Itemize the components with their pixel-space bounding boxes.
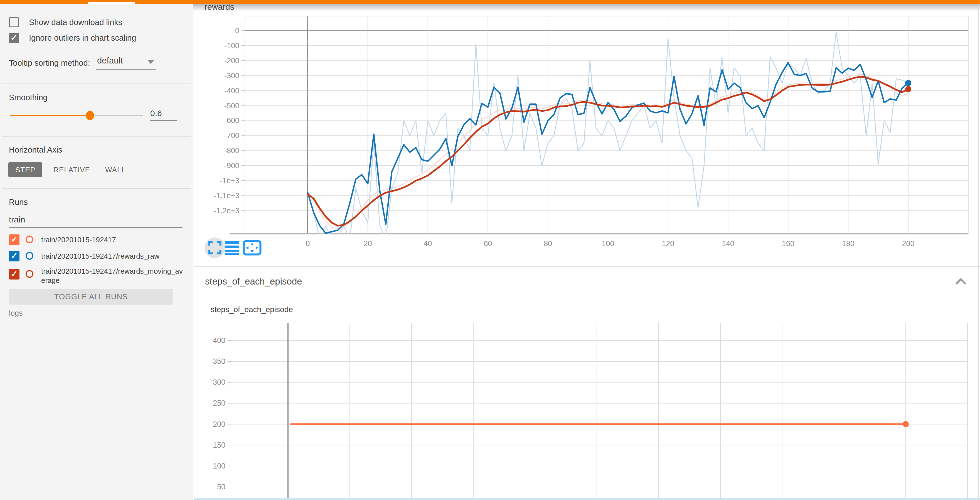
smoothing-slider-thumb[interactable]	[86, 111, 94, 120]
expand-chart-button[interactable]	[205, 237, 225, 258]
data-series-icon	[224, 240, 240, 255]
divider	[2, 188, 191, 189]
svg-text:250: 250	[213, 399, 225, 407]
run-label: train/20201015-192417	[41, 236, 186, 244]
svg-text:20: 20	[364, 239, 372, 248]
chevron-down-icon	[148, 60, 154, 64]
svg-text:80: 80	[544, 239, 552, 248]
run-label: train/20201015-192417/rewards_moving_ave…	[41, 267, 184, 285]
svg-text:200: 200	[213, 420, 225, 428]
svg-text:-1.2e+3: -1.2e+3	[214, 207, 239, 215]
svg-text:-200: -200	[224, 57, 239, 65]
smoothing-slider-fill	[10, 115, 90, 116]
svg-text:160: 160	[782, 239, 794, 248]
runs-filter-input[interactable]	[9, 215, 183, 228]
svg-text:-100: -100	[224, 41, 239, 50]
divider	[194, 266, 980, 267]
steps-line-chart[interactable]: 40035030025020015010050	[194, 320, 980, 500]
tooltip-sorting-value: default	[97, 56, 123, 66]
run-checkbox[interactable]: ✓	[9, 251, 19, 261]
divider	[194, 294, 980, 294]
svg-text:350: 350	[213, 357, 225, 366]
svg-text:150: 150	[213, 441, 225, 449]
smoothing-label: Smoothing	[9, 93, 48, 102]
svg-text:140: 140	[722, 239, 734, 248]
svg-text:40: 40	[424, 239, 432, 248]
axis-step-button[interactable]: STEP	[8, 162, 42, 177]
section-header-title: steps_of_each_episode	[205, 276, 302, 287]
run-radio[interactable]	[25, 236, 33, 243]
svg-text:400: 400	[213, 336, 225, 345]
run-label: train/20201015-192417/rewards_raw	[41, 252, 186, 261]
toggle-all-runs-button[interactable]: TOGGLE ALL RUNS	[9, 289, 173, 304]
fit-domain-button[interactable]	[243, 240, 262, 256]
svg-text:0: 0	[235, 27, 239, 35]
run-row-train[interactable]: ✓ train/20201015-192417	[0, 234, 193, 250]
horizontal-axis-label: Horizontal Axis	[9, 145, 62, 154]
svg-text:-1.1e+3: -1.1e+3	[214, 191, 239, 200]
show-download-links-checkbox[interactable]	[9, 17, 19, 27]
runs-label: Runs	[9, 197, 28, 207]
rewards-line-chart[interactable]: 0-100-200-300-400-500-600-700-800-900-1e…	[194, 11, 980, 250]
svg-text:-1e+3: -1e+3	[220, 177, 239, 185]
divider	[2, 83, 191, 84]
svg-text:100: 100	[213, 462, 225, 470]
svg-text:180: 180	[842, 239, 854, 248]
ignore-outliers-label: Ignore outliers in chart scaling	[29, 33, 136, 43]
collapse-section-button[interactable]	[954, 275, 968, 287]
svg-text:50: 50	[217, 483, 225, 491]
run-radio[interactable]	[25, 270, 33, 278]
svg-text:-500: -500	[224, 102, 239, 110]
svg-text:120: 120	[662, 239, 674, 248]
run-radio[interactable]	[25, 252, 33, 260]
page-right-edge	[978, 4, 979, 500]
svg-text:-900: -900	[224, 161, 239, 170]
run-row-rewards-moving-average[interactable]: ✓ train/20201015-192417/rewards_moving_a…	[0, 267, 193, 291]
svg-text:300: 300	[213, 378, 225, 386]
scroll-strip	[194, 498, 980, 500]
run-checkbox[interactable]: ✓	[9, 269, 19, 280]
run-row-rewards-raw[interactable]: ✓ train/20201015-192417/rewards_raw	[0, 250, 193, 266]
svg-text:60: 60	[484, 239, 492, 248]
run-checkbox[interactable]: ✓	[9, 234, 19, 245]
rewards-chart-title: rewards	[205, 2, 234, 12]
svg-text:-700: -700	[224, 131, 239, 140]
expand-icon	[208, 241, 221, 255]
axis-relative-button[interactable]: RELATIVE	[51, 162, 93, 177]
svg-text:200: 200	[902, 239, 914, 248]
ignore-outliers-checkbox[interactable]: ✓	[9, 33, 19, 43]
svg-text:-400: -400	[224, 87, 239, 95]
smoothing-value-input[interactable]	[150, 108, 177, 121]
steps-chart-title: steps_of_each_episode	[211, 305, 293, 314]
svg-text:-300: -300	[224, 72, 239, 80]
svg-text:100: 100	[601, 239, 614, 248]
logs-footer-label: logs	[9, 309, 23, 318]
show-download-links-label: Show data download links	[29, 18, 122, 27]
settings-sidebar: Show data download links ✓ Ignore outlie…	[0, 4, 193, 500]
chevron-up-icon	[954, 275, 968, 287]
data-series-button[interactable]	[224, 240, 240, 255]
fit-domain-icon	[243, 240, 262, 256]
tooltip-sorting-label: Tooltip sorting method:	[9, 59, 90, 68]
svg-text:0: 0	[305, 239, 310, 248]
svg-text:-600: -600	[224, 116, 239, 125]
axis-wall-button[interactable]: WALL	[99, 162, 132, 177]
tooltip-sorting-dropdown[interactable]: default	[96, 56, 156, 70]
svg-text:-800: -800	[224, 146, 239, 155]
top-toolbar	[0, 0, 980, 4]
divider	[2, 136, 191, 137]
